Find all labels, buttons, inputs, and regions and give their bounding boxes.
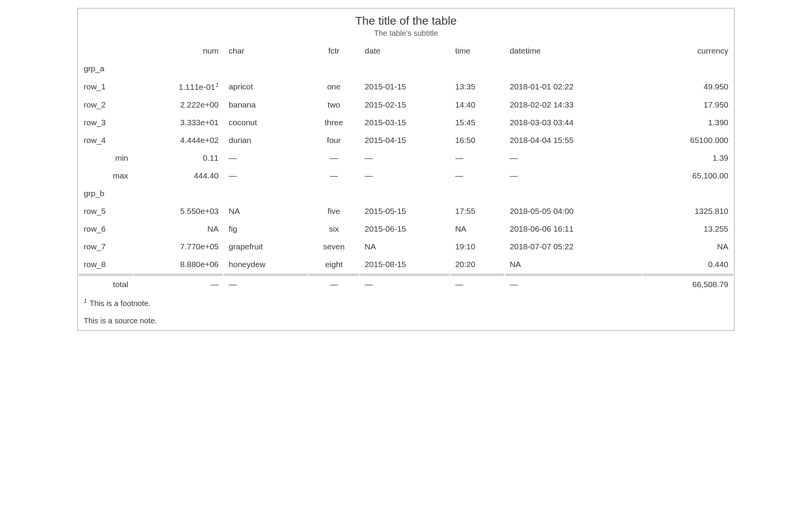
cell-time: 15:45 (450, 114, 504, 131)
cell-char: durian (224, 132, 308, 149)
cell-currency: 17.950 (643, 96, 733, 113)
source-note-text: This is a source note. (79, 313, 733, 329)
cell-time: 16:50 (450, 132, 504, 149)
summary-stub: min (79, 150, 133, 166)
footnote-marker: 1 (216, 82, 219, 88)
footnote-mark: 1 (84, 298, 87, 304)
cell-date: 2015-08-15 (360, 256, 450, 273)
cell-datetime: 2018-01-01 02:22 (505, 78, 643, 96)
cell-date: NA (360, 238, 450, 255)
cell-num: 2.222e+00 (134, 96, 224, 113)
summary-stub: max (79, 167, 133, 184)
cell-fctr: — (308, 274, 359, 293)
footnote-cell: 1 This is a footnote. (79, 294, 733, 312)
cell-date: — (360, 150, 450, 166)
cell-currency: 1.39 (643, 150, 733, 166)
cell-currency: 65,100.00 (643, 167, 733, 184)
row-stub: row_4 (79, 132, 133, 149)
title-row: The title of the table (79, 10, 733, 28)
cell-num: 1.111e-011 (134, 78, 224, 96)
cell-char: — (224, 150, 308, 166)
row-stub: row_1 (79, 78, 133, 96)
cell-fctr: five (308, 203, 359, 220)
cell-time: — (450, 150, 504, 166)
cell-char: banana (224, 96, 308, 113)
table-row: row_7 7.770e+05 grapefruit seven NA 19:1… (79, 238, 733, 255)
table-row: row_6 NA fig six 2015-06-15 NA 2018-06-0… (79, 220, 733, 237)
table-container: The title of the table The table's subti… (77, 8, 735, 331)
cell-currency: NA (643, 238, 733, 255)
data-table: The title of the table The table's subti… (78, 9, 734, 330)
table-row: row_4 4.444e+02 durian four 2015-04-15 1… (79, 132, 733, 149)
row-stub: row_3 (79, 114, 133, 131)
cell-char: — (224, 274, 308, 293)
cell-currency: 1.390 (643, 114, 733, 131)
cell-datetime: 2018-02-02 14:33 (505, 96, 643, 113)
source-note-row: This is a source note. (79, 313, 733, 329)
summary-row: min 0.11 — — — — — 1.39 (79, 150, 733, 166)
cell-date: 2015-04-15 (360, 132, 450, 149)
col-head-char: char (224, 42, 308, 59)
cell-num: — (134, 274, 224, 293)
col-head-time: time (450, 42, 504, 59)
cell-num: 0.11 (134, 150, 224, 166)
cell-fctr: — (308, 167, 359, 184)
cell-time: — (450, 274, 504, 293)
footnote-text: This is a footnote. (90, 299, 151, 308)
group-label: grp_b (79, 185, 733, 202)
col-head-datetime: datetime (505, 42, 643, 59)
cell-time: 17:55 (450, 203, 504, 220)
table-row: row_2 2.222e+00 banana two 2015-02-15 14… (79, 96, 733, 113)
cell-fctr: three (308, 114, 359, 131)
summary-row: max 444.40 — — — — — 65,100.00 (79, 167, 733, 184)
row-stub: row_7 (79, 238, 133, 255)
cell-char: coconut (224, 114, 308, 131)
grand-summary-row: total — — — — — — 66,508.79 (79, 274, 733, 293)
cell-date: 2015-03-15 (360, 114, 450, 131)
cell-char: — (224, 167, 308, 184)
col-head-num: num (134, 42, 224, 59)
table-row: row_3 3.333e+01 coconut three 2015-03-15… (79, 114, 733, 131)
cell-datetime: 2018-03-03 03:44 (505, 114, 643, 131)
cell-time: — (450, 167, 504, 184)
cell-date: — (360, 274, 450, 293)
cell-fctr: — (308, 150, 359, 166)
cell-datetime: 2018-05-05 04:00 (505, 203, 643, 220)
cell-date: — (360, 167, 450, 184)
cell-date: 2015-02-15 (360, 96, 450, 113)
cell-char: NA (224, 203, 308, 220)
cell-datetime: — (505, 274, 643, 293)
cell-fctr: four (308, 132, 359, 149)
col-head-currency: currency (643, 42, 733, 59)
row-stub: row_6 (79, 220, 133, 237)
cell-fctr: seven (308, 238, 359, 255)
cell-char: honeydew (224, 256, 308, 273)
cell-num: 7.770e+05 (134, 238, 224, 255)
cell-char: grapefruit (224, 238, 308, 255)
table-row: row_5 5.550e+03 NA five 2015-05-15 17:55… (79, 203, 733, 220)
table-row: row_1 1.111e-011 apricot one 2015-01-15 … (79, 78, 733, 96)
cell-num: 444.40 (134, 167, 224, 184)
table-row: row_8 8.880e+06 honeydew eight 2015-08-1… (79, 256, 733, 273)
cell-time: 19:10 (450, 238, 504, 255)
cell-fctr: one (308, 78, 359, 96)
cell-fctr: two (308, 96, 359, 113)
cell-time: 14:40 (450, 96, 504, 113)
cell-date: 2015-05-15 (360, 203, 450, 220)
row-stub: row_5 (79, 203, 133, 220)
cell-datetime: — (505, 150, 643, 166)
row-stub: row_2 (79, 96, 133, 113)
cell-num: 3.333e+01 (134, 114, 224, 131)
cell-datetime: — (505, 167, 643, 184)
cell-time: 13:35 (450, 78, 504, 96)
cell-datetime: 2018-07-07 05:22 (505, 238, 643, 255)
group-label: grp_a (79, 60, 733, 77)
group-label-row: grp_b (79, 185, 733, 202)
cell-currency: 65100.000 (643, 132, 733, 149)
cell-num-value: 1.111e-01 (179, 82, 215, 91)
cell-currency: 66,508.79 (643, 274, 733, 293)
column-header-row: num char fctr date time datetime currenc… (79, 42, 733, 59)
cell-fctr: six (308, 220, 359, 237)
col-head-fctr: fctr (308, 42, 359, 59)
cell-num: NA (134, 220, 224, 237)
